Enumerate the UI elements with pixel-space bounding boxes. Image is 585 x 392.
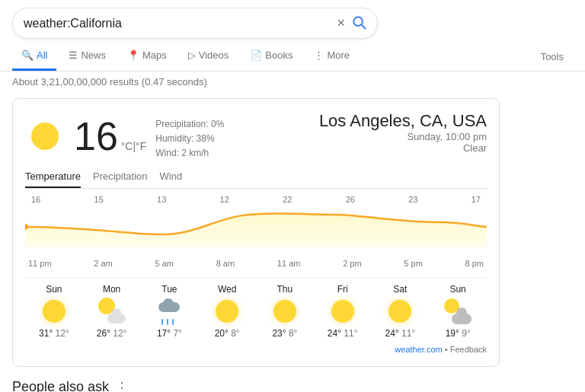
day-mon: Mon 26° 12° [83, 284, 141, 339]
time-7: 8 pm [465, 259, 484, 268]
time-0: 11 pm [28, 259, 52, 268]
day-thu: Thu 23° 8° [256, 284, 314, 339]
temperature-value: 16 [74, 114, 118, 158]
weather-condition: Clear [319, 142, 487, 154]
svg-line-1 [362, 25, 366, 29]
temperature-display: 16 °C|°F [74, 116, 146, 156]
weather-card: 16 °C|°F Precipitation: 0% Humidity: 38%… [12, 98, 500, 367]
chart-label-1: 15 [94, 195, 104, 204]
sun-cloud-day-icon [98, 298, 126, 325]
sun-sat-icon [386, 298, 414, 325]
day-sun-1: Sun 31° 12° [25, 284, 83, 339]
chart-label-7: 17 [472, 195, 481, 204]
chart-label-5: 26 [346, 195, 355, 204]
hourly-times: 11 pm 2 am 5 am 8 am 11 am 2 pm 5 pm 8 p… [25, 259, 487, 268]
weekly-forecast: Sun 31° 12° Mon 26° 12° Tue [25, 277, 487, 339]
videos-icon: ▷ [188, 49, 196, 61]
feedback-link[interactable]: Feedback [450, 345, 487, 354]
day-sun-2: Sun 19° 9° [429, 284, 487, 339]
paa-title-row: People also ask ⋮ [12, 379, 500, 392]
weather-source-link[interactable]: weather.com [395, 345, 442, 354]
people-also-ask: People also ask ⋮ What month is the cold… [12, 379, 500, 392]
chart-label-3: 12 [220, 195, 229, 204]
weather-source: weather.com • Feedback [25, 345, 487, 354]
time-2: 5 am [155, 259, 173, 268]
tab-wind[interactable]: Wind [160, 171, 183, 188]
weather-left: 16 °C|°F Precipitation: 0% Humidity: 38%… [25, 111, 224, 161]
tab-precipitation[interactable]: Precipitation [93, 171, 148, 188]
news-icon: ☰ [69, 49, 78, 61]
search-bar-wrapper: × [0, 0, 585, 39]
tab-news[interactable]: ☰ News [59, 42, 115, 71]
sun-icon [25, 116, 65, 156]
chart-label-4: 22 [283, 195, 292, 204]
all-icon: 🔍 [21, 49, 34, 61]
time-4: 11 am [277, 259, 301, 268]
partly-cloud-icon [444, 298, 472, 325]
chart-label-6: 23 [408, 195, 417, 204]
books-icon: 📄 [250, 49, 262, 61]
paa-title: People also ask [12, 379, 109, 392]
more-icon: ⋮ [314, 49, 324, 61]
tools-tab[interactable]: Tools [532, 43, 573, 70]
maps-icon: 📍 [127, 49, 139, 61]
search-input[interactable] [24, 17, 331, 30]
chart-area: 16 15 13 12 22 26 23 17 [25, 195, 487, 256]
results-count: About 3,21,00,00,000 results (0.47 secon… [0, 72, 585, 92]
tab-temperature[interactable]: Temperature [25, 171, 81, 188]
time-1: 2 am [94, 259, 112, 268]
weather-tabs: Temperature Precipitation Wind [25, 171, 487, 189]
temperature-chart [25, 206, 487, 247]
weather-right: Los Angeles, CA, USA Sunday, 10:00 pm Cl… [319, 111, 487, 154]
day-wed: Wed 20° 8° [198, 284, 256, 339]
sun-wed-icon [213, 298, 241, 325]
chart-label-2: 13 [157, 195, 166, 204]
day-sat: Sat 24° 11° [372, 284, 430, 339]
paa-menu-icon[interactable]: ⋮ [115, 379, 129, 392]
search-bar: × [12, 8, 378, 39]
sun-day-icon [40, 298, 68, 325]
weather-details: Precipitation: 0% Humidity: 38% Wind: 2 … [155, 117, 224, 161]
time-3: 8 am [216, 259, 235, 268]
time-6: 5 pm [404, 259, 422, 268]
chart-label-0: 16 [31, 195, 40, 204]
rain-day-icon [155, 298, 183, 325]
weather-current: 16 °C|°F Precipitation: 0% Humidity: 38%… [25, 111, 487, 161]
sun-fri-icon [329, 298, 356, 325]
sun-thu-icon [271, 298, 299, 325]
time-5: 2 pm [343, 259, 361, 268]
clear-button[interactable]: × [337, 15, 345, 31]
tab-more[interactable]: ⋮ More [305, 42, 359, 71]
weather-datetime: Sunday, 10:00 pm [319, 131, 487, 142]
tab-maps[interactable]: 📍 Maps [118, 42, 176, 71]
tab-all[interactable]: 🔍 All [12, 42, 56, 71]
search-button[interactable] [351, 14, 366, 32]
temp-units[interactable]: °C|°F [121, 140, 147, 152]
day-fri: Fri 24° 11° [314, 284, 372, 339]
tab-books[interactable]: 📄 Books [241, 42, 302, 71]
tab-videos[interactable]: ▷ Videos [179, 42, 238, 71]
nav-tabs: 🔍 All ☰ News 📍 Maps ▷ Videos 📄 Books ⋮ M… [0, 39, 585, 72]
weather-location: Los Angeles, CA, USA [319, 111, 487, 131]
day-tue: Tue 17° 7° [141, 284, 199, 339]
